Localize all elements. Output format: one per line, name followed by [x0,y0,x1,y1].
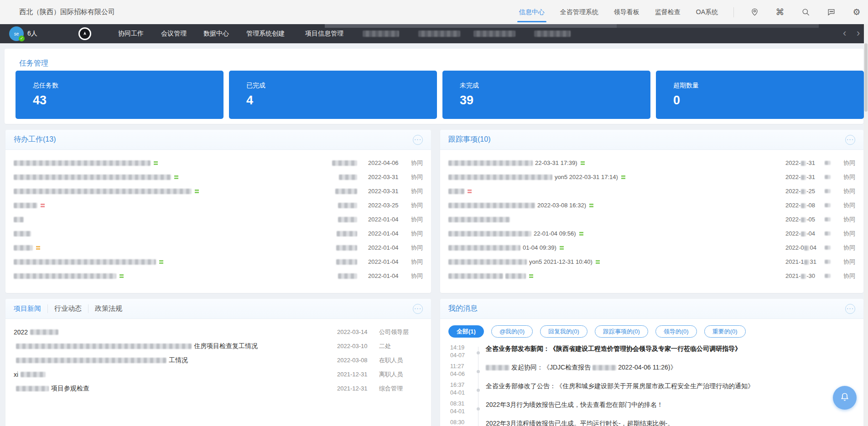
redacted-nav-tab[interactable] [534,31,571,37]
todo-tag: 协同 [406,187,423,195]
todo-row[interactable]: 2022-01-04 协同 [5,255,431,269]
date-part: 2021- [785,272,800,279]
message-item[interactable]: 11:2704-06 发起协同：《JDJC检查报告2022-04-06 11:2… [440,363,863,381]
news-row[interactable]: xi 2021-12-31 离职人员 [5,367,431,381]
tab-project-news[interactable]: 项目新闻 [14,304,47,313]
filter-tracking[interactable]: 跟踪事项的(0) [595,325,648,338]
news-panel-header: 项目新闻 行业动态 政策法规 ··· [5,299,431,319]
tracking-row[interactable]: 22-01-04 09:56) 2022--04 协同 [440,226,863,241]
todo-row[interactable]: 2022-03-31 协同 [5,184,431,198]
filter-important[interactable]: 重要的(0) [704,325,746,338]
todo-row[interactable]: 2022-01-04 协同 [5,269,431,283]
nav-data-center[interactable]: 数据中心 [203,24,229,43]
tracking-row[interactable]: yon5 2021-12-31 10:40) 2021-131 协同 [440,255,863,269]
redacted-name [336,259,357,265]
todo-row[interactable]: 2022-03-31 协同 [5,170,431,184]
tracking-row[interactable]: yon5 2022-03-31 17:14) 2022--31 协同 [440,170,863,184]
todo-panel-header: 待办工作(13) ··· [5,130,431,150]
redacted-name [825,175,831,179]
todo-row[interactable]: 2022-04-06 协同 [5,156,431,170]
next-chevron-icon[interactable]: › [857,27,860,40]
menu-oa-system[interactable]: OA系统 [696,0,718,24]
prev-chevron-icon[interactable]: ‹ [843,27,846,40]
todo-row[interactable]: 2022-01-04 协同 [5,226,431,241]
nav-meetings[interactable]: 会议管理 [161,24,187,43]
todo-row[interactable]: 2022-01-04 协同 [5,241,431,255]
more-options-icon[interactable]: ··· [845,304,855,314]
redacted-text [14,273,116,279]
menu-supervision[interactable]: 监督检查 [655,0,681,24]
tab-policies[interactable]: 政策法规 [88,304,129,313]
vertical-scrollbar[interactable] [864,24,868,426]
nav-scrollbar[interactable] [325,24,819,28]
card-completed[interactable]: 已完成 4 [229,71,437,119]
tracking-row[interactable]: 2021--30 协同 [440,269,863,283]
redacted-nav-tab[interactable] [363,31,399,37]
filter-replies[interactable]: 回复我的(0) [540,325,587,338]
redacted-text [448,273,503,279]
todo-row[interactable]: 2022-01-04 协同 [5,212,431,226]
location-icon[interactable] [749,7,759,17]
notification-bell-button[interactable] [833,386,857,410]
tab-industry-trends[interactable]: 行业动态 [47,304,88,313]
nav-system-create[interactable]: 管理系统创建 [246,24,285,43]
more-options-icon[interactable]: ··· [413,304,423,314]
avatar-initials: se [14,31,19,36]
message-list: 14:1904-07 全咨业务部发布新闻：《陕西省建设工程造价管理协会领导及专家… [440,344,863,426]
tracking-row[interactable]: 22-03-31 17:39) 2022--31 协同 [440,156,863,170]
more-options-icon[interactable]: ··· [845,135,855,145]
message-item[interactable]: 08:3004-01 2022年3月流程绩效报告已生成。平均运行时长-，超期结束… [440,419,863,426]
avatar[interactable]: se ✓ [9,26,24,41]
filter-mentions[interactable]: @我的(0) [491,325,533,338]
tracking-row[interactable]: 2022-03-08 16:32) 2022--08 协同 [440,198,863,212]
redacted-nav-tab[interactable] [418,31,460,37]
tracking-row[interactable]: 2022--25 协同 [440,184,863,198]
navigation-arrow-icon[interactable] [78,27,91,40]
news-row[interactable]: 项目参观检查 2021-12-31 综合管理 [5,381,431,395]
message-item[interactable]: 16:3704-01 全咨业务部修改了公告：《住房和城乡建设部关于开展房屋市政工… [440,381,863,400]
todo-tag: 协同 [406,230,423,238]
redacted-text [14,217,24,222]
tracking-row[interactable]: 01-04 09:39) 2022-004 协同 [440,241,863,255]
news-date: 2022-03-08 [337,357,379,364]
filter-leaders[interactable]: 领导的(0) [655,325,697,338]
nav-project-info[interactable]: 项目信息管理 [305,24,343,43]
tracking-row[interactable]: 2022--05 协同 [440,212,863,226]
tracking-fragment: 2022-03-08 16:32) [537,202,586,209]
redacted-nav-tab[interactable] [473,31,515,37]
redacted-month [801,161,806,166]
card-total-tasks[interactable]: 总任务数 43 [16,71,223,119]
scrollbar-thumb[interactable] [864,43,868,112]
message-item[interactable]: 08:3104-01 2022年3月行为绩效报告已生成，快去查看您在部门中的排名… [440,400,863,419]
menu-leader-board[interactable]: 领导看板 [614,0,639,24]
message-item[interactable]: 14:1904-07 全咨业务部发布新闻：《陕西省建设工程造价管理协会领导及专家… [440,344,863,363]
redacted-text [448,259,527,265]
todo-row[interactable]: 2022-03-25 协同 [5,198,431,212]
filter-all[interactable]: 全部(1) [448,325,484,338]
card-overdue[interactable]: 超期数量 0 [656,71,864,119]
date-part: -25 [806,188,815,195]
company-name: 西北（陕西）国际招标有限公司 [19,8,115,16]
card-uncompleted[interactable]: 未完成 39 [442,71,650,119]
todo-tag: 协同 [406,272,423,280]
news-row[interactable]: 2022 2022-03-14 公司领导层 [5,325,431,339]
news-row[interactable]: 工情况 2022-03-08 在职人员 [5,353,431,367]
more-options-icon[interactable]: ··· [413,135,423,145]
menu-info-center[interactable]: 信息中心 [519,0,545,24]
date-part: -05 [806,216,815,223]
menu-consulting-system[interactable]: 全咨管理系统 [560,0,598,24]
chat-icon[interactable] [826,7,836,17]
news-row[interactable]: 住房项目检查复工情况 2022-03-10 二处 [5,339,431,353]
tracking-tag: 协同 [839,216,855,224]
document-icon [194,188,200,195]
nav-collaboration[interactable]: 协同工作 [118,24,144,43]
tracking-fragment: 01-04 09:39) [523,244,556,251]
search-icon[interactable] [800,7,811,17]
messages-panel-header: 我的消息 ··· [440,299,863,319]
date-part: -30 [806,272,815,279]
settings-icon[interactable]: ⚙ [852,7,862,17]
redacted-month [801,274,806,279]
apps-icon[interactable]: ⌘ [775,7,785,17]
redacted-text [14,245,33,251]
redacted-text [16,386,49,391]
